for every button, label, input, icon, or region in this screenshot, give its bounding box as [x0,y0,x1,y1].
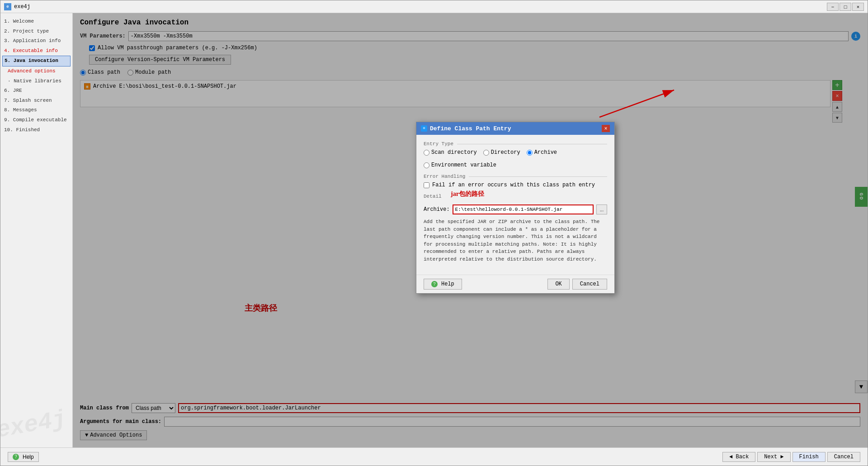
archive-field-label: Archive: [424,206,450,213]
modal-footer: ? Help OK Cancel [416,275,614,293]
title-bar-controls: − □ × [827,3,864,11]
detail-header: Detail jar包的路径 [424,194,607,202]
help-circle-icon: ? [431,281,438,287]
sidebar-watermark: exe4j [0,406,68,444]
archive-input[interactable] [453,204,594,214]
app-icon: e [4,3,11,10]
scan-directory-label[interactable]: Scan directory [424,149,477,156]
archive-row: Archive: ... [424,204,607,214]
nav-buttons: ◄ Back Next ► Finish Cancel [722,452,860,462]
title-bar: e exe4j − □ × [0,0,868,13]
sidebar-item-finished[interactable]: 10. Finished [2,125,71,135]
detail-section: Detail jar包的路径 Archive: ... Add the spec… [424,194,607,263]
archive-browse-btn[interactable]: ... [596,204,607,214]
error-handling-label: Error Handling [424,174,607,179]
sidebar-item-messages[interactable]: 8. Messages [2,105,71,115]
entry-type-radio-group: Scan directory Directory Archive [424,149,607,168]
cancel-btn[interactable]: Cancel [827,452,860,462]
error-handling-section: Error Handling Fail if an error occurs w… [424,174,607,188]
sidebar: 1. Welcome 2. Project type 3. Applicatio… [0,13,73,447]
detail-label: Detail [424,194,445,199]
back-btn[interactable]: ◄ Back [722,452,755,462]
sidebar-item-native-libraries[interactable]: · Native libraries [2,76,71,86]
error-checkbox-row: Fail if an error occurs with this class … [424,182,607,188]
main-content: 1. Welcome 2. Project type 3. Applicatio… [0,13,868,447]
scan-directory-radio[interactable] [424,150,429,156]
window-title: exe4j [14,4,30,10]
finish-btn[interactable]: Finish [793,452,826,462]
env-var-label[interactable]: Environment variable [424,162,496,168]
modal-close-btn[interactable]: × [602,125,610,132]
directory-label[interactable]: Directory [483,149,520,156]
sidebar-item-jre[interactable]: 6. JRE [2,86,71,96]
sidebar-item-java-invocation[interactable]: 5. Java invocation [2,56,71,67]
jar-path-annotation: jar包的路径 [451,190,484,198]
main-window: e exe4j − □ × 1. Welcome 2. Project type… [0,0,868,466]
sidebar-item-splash[interactable]: 7. Splash screen [2,96,71,106]
directory-radio[interactable] [483,150,489,156]
sidebar-item-project-type[interactable]: 2. Project type [2,27,71,37]
modal-help-btn[interactable]: ? Help [424,279,462,290]
modal-overlay: ≡ Define Class Path Entry × Entry Type [73,13,868,447]
help-btn[interactable]: ? Help [8,452,39,462]
next-btn[interactable]: Next ► [757,452,790,462]
modal-cancel-btn[interactable]: Cancel [572,279,607,290]
modal-ok-btn[interactable]: OK [547,279,569,290]
title-bar-left: e exe4j [4,3,30,10]
modal-footer-right: OK Cancel [547,279,607,290]
modal-title: Define Class Path Entry [430,125,511,132]
env-var-radio[interactable] [424,162,429,168]
bottom-bar: ? Help ◄ Back Next ► Finish Cancel [0,447,868,466]
modal-title-left: ≡ Define Class Path Entry [421,125,511,132]
define-class-path-dialog: ≡ Define Class Path Entry × Entry Type [416,122,615,294]
sidebar-item-app-info[interactable]: 3. Application info [2,36,71,46]
modal-body: Entry Type Scan directory Directory [416,135,614,275]
modal-title-bar: ≡ Define Class Path Entry × [416,122,614,135]
error-checkbox[interactable] [424,182,429,188]
maximize-btn[interactable]: □ [840,3,851,11]
entry-type-section-label: Entry Type [424,141,607,147]
content-area: Configure Java invocation VM Parameters:… [73,13,868,447]
sidebar-item-compile[interactable]: 9. Compile executable [2,115,71,125]
archive-radio[interactable] [527,150,533,156]
archive-label-radio[interactable]: Archive [527,149,557,156]
error-checkbox-label: Fail if an error occurs with this class … [432,182,595,188]
minimize-btn[interactable]: − [827,3,839,11]
sidebar-item-advanced-options[interactable]: Advanced options [2,67,71,76]
archive-description: Add the specified JAR or ZIP archive to … [424,218,607,263]
sidebar-item-welcome[interactable]: 1. Welcome [2,17,71,27]
help-icon: ? [13,454,19,460]
sidebar-item-executable-info[interactable]: 4. Executable info [2,46,71,56]
window-close-btn[interactable]: × [852,3,864,11]
modal-title-icon: ≡ [421,125,427,132]
